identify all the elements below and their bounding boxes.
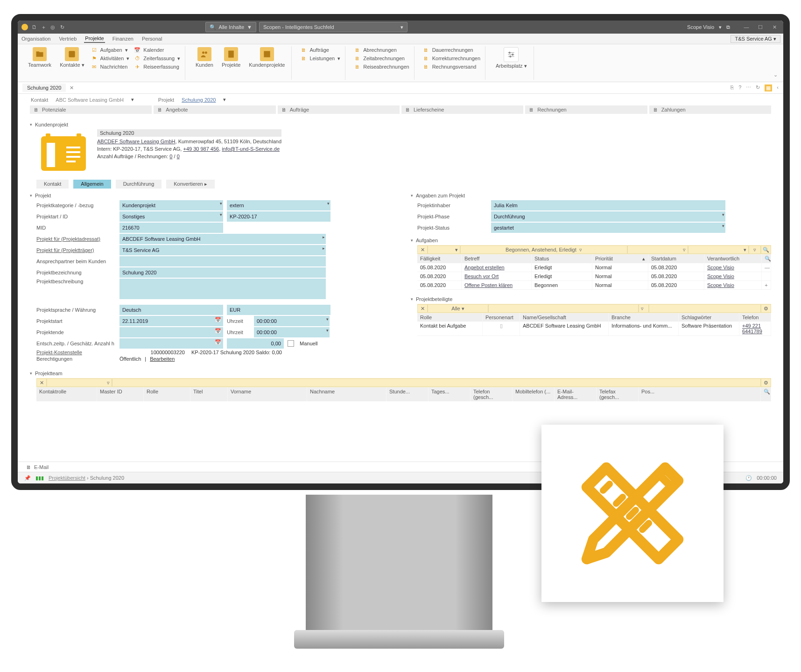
breadcrumb-overview[interactable]: Projektübersicht xyxy=(49,475,85,481)
col-personenart[interactable]: Personenart xyxy=(483,313,520,322)
ribbon-teamwork[interactable]: Teamwork xyxy=(25,46,54,69)
tenant-selector[interactable]: T&S Service AG ▾ xyxy=(731,35,780,43)
maximize-icon[interactable]: ☐ xyxy=(755,24,766,30)
aufgaben-row[interactable]: 05.08.2020Angebot erstellenErledigtNorma… xyxy=(417,263,771,272)
bars-icon[interactable]: ▮▮▮ xyxy=(35,475,44,481)
search-scope-dropdown[interactable]: 🔍 Alle Inhalte ▼ xyxy=(205,22,256,32)
view-grid-icon[interactable]: ▦ xyxy=(765,84,772,91)
email-icon[interactable]: 🗎 xyxy=(26,464,31,470)
team-col[interactable]: Stunde... xyxy=(386,387,429,401)
email-label[interactable]: E-Mail xyxy=(34,464,49,470)
col-schlag[interactable]: Schlagwörter xyxy=(679,313,739,322)
more-icon[interactable]: ⋯ xyxy=(746,84,751,91)
checkbox-manuell[interactable] xyxy=(288,340,294,347)
filter-clear[interactable]: ✕ xyxy=(36,378,47,387)
field-ende[interactable]: 📅 xyxy=(119,327,223,337)
help-icon[interactable]: ? xyxy=(738,84,741,91)
nav-angebote[interactable]: 🗎Angebote xyxy=(154,105,275,114)
col-faelligkeit[interactable]: Fälligkeit xyxy=(417,254,462,263)
ribbon-collapse-icon[interactable]: ⌄ xyxy=(772,70,780,80)
chevron-left-icon[interactable]: ‹ xyxy=(777,84,779,91)
ribbon-leistungen[interactable]: 🗎Leistungen ▾ xyxy=(299,55,341,62)
phone-link[interactable]: +49 30 987 456 xyxy=(183,146,219,152)
ribbon-nachrichten[interactable]: ✉Nachrichten xyxy=(90,63,131,70)
nav-potenziale[interactable]: 🗎Potenziale xyxy=(30,105,152,114)
tab-konvertieren[interactable]: Konvertieren ▸ xyxy=(166,180,214,189)
field-mid[interactable]: 216670 xyxy=(119,223,223,233)
team-col[interactable]: Titel xyxy=(190,387,228,401)
ribbon-kundenprojekte[interactable]: Kundenprojekte xyxy=(246,46,288,69)
section-header-angaben[interactable]: Angaben zum Projekt xyxy=(411,193,771,198)
ribbon-zeiterfassung[interactable]: ⏱Zeiterfassung ▾ xyxy=(133,55,181,62)
ribbon-reiseerfassung[interactable]: ✈Reiseerfassung xyxy=(133,63,181,70)
col-startdatum[interactable]: Startdatum xyxy=(648,254,704,263)
team-col[interactable]: Master ID xyxy=(97,387,144,401)
chevron-down-icon[interactable]: ▾ xyxy=(223,97,226,103)
field-ansprech[interactable] xyxy=(119,256,326,266)
nav-lieferscheine[interactable]: 🗎Lieferscheine xyxy=(401,105,523,114)
calendar-icon[interactable]: 📅 xyxy=(215,328,221,334)
field-entsch[interactable]: 📅 xyxy=(119,338,223,349)
ribbon-kontakte[interactable]: Kontakte ▾ xyxy=(57,46,87,69)
pin-icon[interactable]: 📌 xyxy=(24,475,31,481)
team-col[interactable]: E-Mail-Adress... xyxy=(555,387,597,401)
tab-allgemein[interactable]: Allgemein xyxy=(73,180,111,189)
ribbon-kunden[interactable]: Kunden xyxy=(193,46,216,69)
field-sprache[interactable]: Deutsch xyxy=(119,305,223,315)
team-col[interactable]: Tages... xyxy=(429,387,471,401)
add-icon[interactable]: ＋ xyxy=(40,24,47,30)
filter-alle[interactable]: Alle ▾ xyxy=(428,304,488,313)
filter-fn[interactable]: ▿ xyxy=(639,304,649,313)
col-status[interactable]: Status xyxy=(532,254,592,263)
ribbon-dauerrechnungen[interactable]: 🗎Dauerrechnungen xyxy=(422,46,481,54)
target-icon[interactable]: ◎ xyxy=(49,24,56,30)
field-ende-time[interactable]: 00:00:00▾ xyxy=(254,327,330,337)
projekt-value[interactable]: Schulung 2020 xyxy=(182,97,216,103)
calendar-icon[interactable]: 📅 xyxy=(215,339,221,345)
refresh-icon[interactable]: ↻ xyxy=(59,24,65,30)
count-invoices[interactable]: 0 xyxy=(177,154,180,159)
document-tab[interactable]: Schulung 2020 xyxy=(22,84,66,92)
section-header-team[interactable]: Projektteam xyxy=(30,371,771,376)
calendar-icon[interactable]: 📅 xyxy=(215,317,221,323)
field-beschreibung[interactable] xyxy=(119,279,326,299)
window-layout-icon[interactable]: ⧉ xyxy=(726,24,730,30)
menu-personal[interactable]: Personal xyxy=(141,35,163,42)
close-tab-icon[interactable]: ✕ xyxy=(70,85,74,91)
chevron-down-icon[interactable]: ▾ xyxy=(131,97,134,103)
menu-finanzen[interactable]: Finanzen xyxy=(112,35,134,42)
nav-zahlungen[interactable]: 🗎Zahlungen xyxy=(649,105,771,114)
field-anzahl[interactable]: 0,00 xyxy=(227,338,284,349)
field-start[interactable]: 22.11.2019📅 xyxy=(119,316,223,326)
col-name[interactable]: Name/Gesellschaft xyxy=(520,313,609,322)
team-col[interactable]: Rolle xyxy=(144,387,190,401)
section-header-aufgaben[interactable]: Aufgaben xyxy=(411,238,771,243)
field-status[interactable]: gestartet▾ xyxy=(491,223,725,233)
ribbon-kalender[interactable]: 📅Kalender xyxy=(133,46,181,54)
team-col[interactable]: Pos... xyxy=(639,387,761,401)
ribbon-rechnungsversand[interactable]: 🗎Rechnungsversand xyxy=(422,63,481,70)
label-adressat[interactable]: Projekt für (Projektadressat) xyxy=(36,236,116,242)
ribbon-projekte[interactable]: Projekte xyxy=(219,46,243,69)
team-col[interactable]: Kontaktrolle xyxy=(36,387,97,401)
nav-auftraege[interactable]: 🗎Aufträge xyxy=(278,105,400,114)
field-bezeichnung[interactable]: Schulung 2020 xyxy=(119,267,326,278)
ribbon-korrekturrechnungen[interactable]: 🗎Korrekturrechnungen xyxy=(422,55,481,62)
field-adressat[interactable]: ABCDEF Software Leasing GmbH▸ xyxy=(119,234,326,244)
count-orders[interactable]: 0 xyxy=(169,154,172,159)
filter-clear[interactable]: ✕ xyxy=(417,304,428,313)
team-col[interactable]: Telefon (gesch... xyxy=(471,387,513,401)
col-verantwortlich[interactable]: Verantwortlich xyxy=(704,254,762,263)
ribbon-zeitabrechnungen[interactable]: 🗎Zeitabrechnungen xyxy=(353,55,410,62)
filter-clear[interactable]: ✕ xyxy=(417,245,428,254)
col-actions[interactable]: 🔍 xyxy=(762,254,771,263)
team-col[interactable]: Mobiltelefon (... xyxy=(513,387,555,401)
team-col[interactable]: Vorname xyxy=(228,387,307,401)
field-extern[interactable]: extern▾ xyxy=(227,200,330,210)
close-icon[interactable]: ✕ xyxy=(769,24,780,30)
nav-rechnungen[interactable]: 🗎Rechnungen xyxy=(525,105,647,114)
email-link[interactable]: info@T-und-S-Service.de xyxy=(222,146,280,152)
col-betreff[interactable]: Betreff xyxy=(462,254,532,263)
clipboard-icon[interactable]: 🗋 xyxy=(31,24,37,30)
aufgaben-row[interactable]: 05.08.2020Besuch vor OrtErledigtNormal05… xyxy=(417,272,771,281)
